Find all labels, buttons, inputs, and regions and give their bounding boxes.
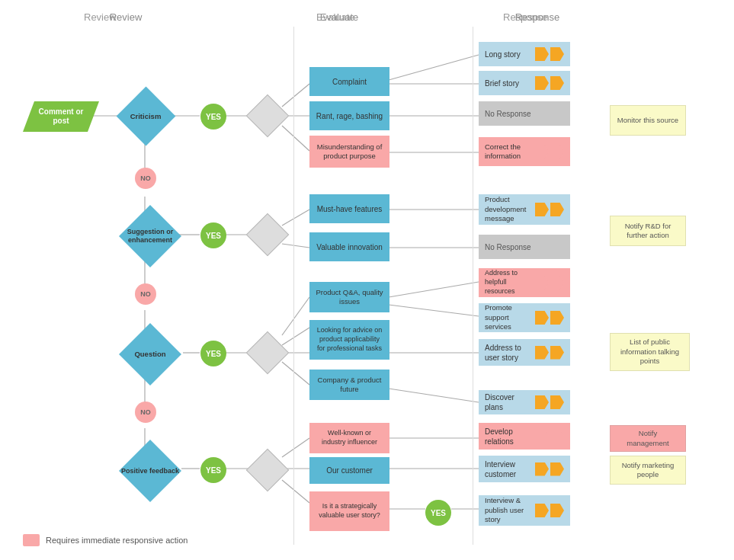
svg-line-27 xyxy=(389,305,479,316)
company-future-box: Company & product future xyxy=(309,370,389,400)
yes-label-3: YES xyxy=(206,350,221,358)
develop-relations-label: Develop relations xyxy=(485,427,534,446)
address-user-box: Address to user story xyxy=(479,339,570,366)
product-dev-icon xyxy=(534,203,564,216)
monitor-source-label: Monitor this source xyxy=(617,116,678,125)
interview-publish-icon xyxy=(534,504,564,517)
well-known-label: Well-known or industry influencer xyxy=(316,429,383,446)
our-customer-box: Our customer xyxy=(309,457,389,484)
start-label: Comment or post xyxy=(30,107,91,126)
review-header: Review xyxy=(84,11,117,23)
yes-circle-1: YES xyxy=(200,104,226,130)
svg-line-6 xyxy=(389,55,479,80)
criticism-diamond: Criticism xyxy=(116,95,175,137)
yes-label-4: YES xyxy=(206,466,221,475)
develop-relations-icon xyxy=(534,430,564,443)
no-response-2-label: No Response xyxy=(485,242,531,252)
yes-label-2: YES xyxy=(206,232,221,240)
long-story-icon xyxy=(534,47,564,61)
brief-story-box: Brief story xyxy=(479,71,570,95)
diagram-container: Review Evaluate Response Comment or post… xyxy=(0,0,734,560)
notify-marketing-box: Notify marketing people xyxy=(610,456,686,485)
promote-support-icon xyxy=(534,311,564,325)
positive-diamond: Positive feedback xyxy=(116,448,184,494)
address-helpful-label: Address to helpfull resources xyxy=(485,269,534,296)
looking-advice-box: Looking for advice on product applicabil… xyxy=(309,320,389,360)
positive-label: Positive feedback xyxy=(121,467,179,475)
notify-management-label: Notify management xyxy=(617,429,679,448)
rant-box: Rant, rage, bashing xyxy=(309,101,389,130)
strategic-box: Is it a strategically valuable user stor… xyxy=(309,491,389,531)
no-circle-3: NO xyxy=(135,402,156,423)
long-story-box: Long story xyxy=(479,42,570,66)
looking-advice-label: Looking for advice on product applicabil… xyxy=(316,326,383,353)
monitor-source-box: Monitor this source xyxy=(610,105,686,136)
strategic-label: Is it a strategically valuable user stor… xyxy=(316,502,383,520)
legend-color-box xyxy=(23,534,40,546)
product-dev-label: Product development message xyxy=(485,195,534,223)
well-known-box: Well-known or industry influencer xyxy=(309,423,389,453)
correct-info-icon xyxy=(534,145,564,158)
start-shape: Comment or post xyxy=(23,101,99,132)
discover-plans-label: Discover plans xyxy=(485,392,534,412)
rant-label: Rant, rage, bashing xyxy=(316,111,383,121)
yes-circle-5: YES xyxy=(425,500,451,526)
must-have-label: Must-have features xyxy=(317,204,383,214)
no-circle-1: NO xyxy=(135,168,156,189)
evaluate-header: Evaluate xyxy=(316,11,355,23)
yes-label-5: YES xyxy=(431,509,446,517)
eval-diamond-2 xyxy=(245,215,290,254)
complaint-label: Complaint xyxy=(332,77,367,87)
complaint-box: Complaint xyxy=(309,67,389,96)
valuable-innovation-box: Valuable innovation xyxy=(309,232,389,261)
yes-circle-2: YES xyxy=(200,222,226,248)
interview-customer-box: Interview customer xyxy=(479,456,570,482)
no-label-1: NO xyxy=(140,174,151,182)
no-label-3: NO xyxy=(140,408,151,416)
no-label-2: NO xyxy=(140,290,151,298)
list-public-box: List of public information talking point… xyxy=(610,333,690,371)
address-helpful-box: Address to helpfull resources xyxy=(479,268,570,297)
eval-diamond-1 xyxy=(245,96,290,136)
our-customer-label: Our customer xyxy=(326,466,373,475)
suggestion-diamond: Suggestion or enhancement xyxy=(116,213,184,259)
no-response-1-label: No Response xyxy=(485,109,531,119)
suggestion-label: Suggestion or enhancement xyxy=(116,228,184,245)
brief-story-label: Brief story xyxy=(485,78,534,88)
notify-marketing-label: Notify marketing people xyxy=(617,461,679,480)
svg-line-26 xyxy=(389,282,479,297)
notify-rd-box: Notify R&D for further action xyxy=(610,216,686,246)
no-response-1-box: No Response xyxy=(479,101,570,126)
question-label: Question xyxy=(134,350,165,358)
divider-2 xyxy=(473,27,473,545)
no-circle-2: NO xyxy=(135,283,156,305)
long-story-label: Long story xyxy=(485,50,534,59)
question-diamond: Question xyxy=(116,331,184,377)
criticism-label: Criticism xyxy=(130,112,162,120)
promote-support-box: Promote support services xyxy=(479,303,570,332)
correct-info-box: Correct the information xyxy=(479,137,570,166)
eval-diamond-4 xyxy=(245,450,290,490)
discover-plans-box: Discover plans xyxy=(479,390,570,414)
yes-circle-3: YES xyxy=(200,341,226,366)
interview-customer-icon xyxy=(534,462,564,476)
misunderstanding-box: Misunderstanding of product purpose xyxy=(309,136,389,168)
brief-story-icon xyxy=(534,76,564,90)
response-header: Response xyxy=(503,11,548,23)
notify-rd-label: Notify R&D for further action xyxy=(617,222,679,241)
must-have-box: Must-have features xyxy=(309,194,389,223)
interview-publish-label: Interview & publish user story xyxy=(485,496,534,524)
legend-label: Requires immediate responsive action xyxy=(46,536,188,545)
eval-diamond-3 xyxy=(245,333,290,373)
svg-line-22 xyxy=(282,297,309,335)
yes-circle-4: YES xyxy=(200,457,226,483)
notify-management-box: Notify management xyxy=(610,425,686,452)
interview-publish-box: Interview & publish user story xyxy=(479,495,570,526)
correct-info-label: Correct the information xyxy=(485,142,534,162)
product-qa-label: Product Q&A, quality issues xyxy=(316,288,383,307)
product-qa-box: Product Q&A, quality issues xyxy=(309,282,389,312)
discover-plans-icon xyxy=(534,395,564,409)
list-public-label: List of public information talking point… xyxy=(617,338,683,366)
address-user-label: Address to user story xyxy=(485,343,534,363)
address-helpful-icon xyxy=(534,276,564,290)
